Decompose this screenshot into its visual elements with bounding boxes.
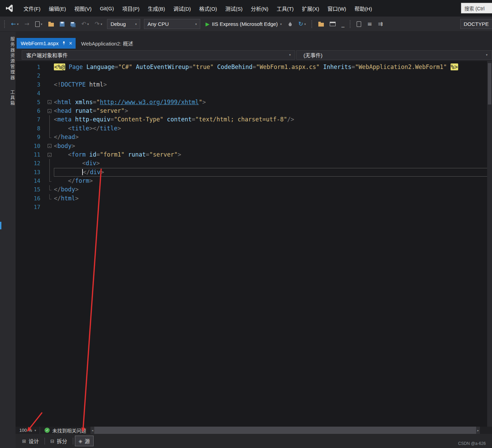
close-icon[interactable]: × (69, 41, 72, 46)
code-line[interactable]: 7<meta http-equiv="Content-Type" content… (16, 115, 492, 124)
view-tab-split[interactable]: ⊟拆分 (47, 436, 71, 446)
browser-view-button[interactable] (329, 21, 337, 27)
menu-item[interactable]: 格式(O) (195, 0, 221, 17)
code-line[interactable]: 13 </div> (16, 168, 492, 177)
tab-webapplication2-overview[interactable]: WebApplication2: 概述 (76, 38, 139, 49)
code-line[interactable]: 17 (16, 203, 492, 211)
find-in-files-button[interactable] (317, 21, 325, 28)
menu-item[interactable]: 帮助(H) (350, 0, 376, 17)
code-line[interactable]: 2 (16, 71, 492, 80)
client-objects-dropdown[interactable]: 客户端对象和事件▾ (22, 50, 295, 60)
code-area[interactable]: 1<%@ Page Language="C#" AutoEventWireup=… (16, 61, 492, 427)
line-number: 11 (16, 150, 45, 159)
current-line-highlight (54, 168, 492, 177)
menu-item[interactable]: 工具(T) (272, 0, 298, 17)
fold-toggle-icon[interactable]: - (45, 107, 54, 115)
menu-item[interactable]: 项目(P) (118, 0, 144, 17)
horizontal-scrollbar[interactable]: ◂ ▸ (90, 427, 480, 434)
minimize-style-button[interactable]: _ (340, 20, 346, 28)
code-line[interactable]: 1<%@ Page Language="C#" AutoEventWireup=… (16, 63, 492, 71)
sidebar-item[interactable]: 工具箱 (0, 90, 16, 106)
navigate-back-button[interactable]: ←▾ (10, 20, 20, 28)
horizontal-scrollbar-thumb[interactable] (94, 427, 476, 434)
visual-studio-logo-icon (4, 3, 15, 13)
menu-item[interactable]: 窗口(W) (323, 0, 350, 17)
fold-guide (45, 203, 54, 211)
scroll-left-icon[interactable]: ◂ (90, 429, 94, 432)
scroll-right-icon[interactable]: ▸ (476, 429, 480, 432)
document-health-indicator[interactable]: ✓ 未找到相关问题 (40, 427, 90, 434)
code-line[interactable]: 6-<head runat="server"> (16, 107, 492, 115)
sidebar-item[interactable]: 服务器资源管理器 (0, 37, 16, 81)
vertical-scrollbar[interactable] (487, 61, 492, 427)
fold-guide (45, 124, 54, 133)
menu-item[interactable]: 测试(S) (221, 0, 247, 17)
platform-dropdown[interactable]: Any CPU▾ (144, 19, 200, 29)
menu-item[interactable]: 生成(B) (144, 0, 169, 17)
doctype-dropdown[interactable]: DOCTYPE (460, 19, 492, 29)
undo-button[interactable]: ↶▾ (80, 20, 90, 28)
code-line[interactable]: 3<!DOCTYPE html> (16, 80, 492, 89)
fold-toggle-icon[interactable]: - (45, 142, 54, 150)
code-line[interactable]: 14 </form> (16, 177, 492, 185)
list-icon: ≡ (367, 21, 372, 27)
tab-webform1[interactable]: WebForm1.aspx × (17, 38, 76, 49)
pin-icon[interactable] (62, 41, 66, 46)
editor-bottom-bar: 100 % ▾ ✓ 未找到相关问题 ◂ ▸ (16, 427, 492, 434)
view-switch-bar: ⊞设计⊟拆分◈源 CSDN @a-626 (16, 434, 492, 448)
line-number: 10 (16, 142, 45, 150)
toolbar-grip-icon[interactable] (350, 20, 351, 28)
navigate-forward-button[interactable]: → (23, 20, 30, 28)
zoom-control[interactable]: 100 % ▾ (16, 427, 40, 434)
document-outline-button[interactable] (356, 20, 362, 28)
toolbar-grip-icon[interactable] (311, 20, 313, 28)
menu-item[interactable]: 调试(D) (169, 0, 195, 17)
vertical-scrollbar-thumb[interactable] (488, 63, 491, 104)
code-line[interactable]: 15</body> (16, 185, 492, 194)
menu-item[interactable]: 扩展(X) (298, 0, 323, 17)
code-line[interactable]: 4 (16, 89, 492, 98)
fold-guide (45, 80, 54, 89)
refresh-button[interactable]: ↻▾ (297, 20, 307, 28)
code-line[interactable]: 10-<body> (16, 142, 492, 150)
new-file-button[interactable]: ▾ (34, 20, 44, 28)
menu-item[interactable]: 文件(F) (19, 0, 45, 17)
code-text: <title></title> (54, 124, 121, 133)
fold-toggle-icon[interactable]: - (45, 98, 54, 107)
fold-guide (45, 159, 54, 168)
view-tab-source[interactable]: ◈源 (75, 436, 94, 446)
code-line[interactable]: 12 <div> (16, 159, 492, 168)
format-list-button[interactable]: ≡ (366, 20, 373, 28)
code-line[interactable]: 11- <form id="form1" runat="server"> (16, 150, 492, 159)
code-line[interactable]: 16</html> (16, 194, 492, 203)
document-tab-strip: WebForm1.aspx × WebApplication2: 概述 (16, 32, 492, 49)
view-tab-design[interactable]: ⊞设计 (18, 436, 43, 446)
save-all-button[interactable] (69, 21, 77, 27)
menu-item[interactable]: 分析(N) (247, 0, 272, 17)
fold-toggle-icon[interactable]: - (45, 150, 54, 159)
chevron-down-icon: ▾ (35, 429, 36, 432)
hot-reload-button[interactable] (287, 20, 293, 28)
save-button[interactable] (59, 21, 66, 28)
redo-button[interactable]: ↷▾ (94, 20, 103, 28)
search-input[interactable]: 搜索 (Ctrl (461, 3, 492, 13)
menu-item[interactable]: 编辑(E) (45, 0, 70, 17)
toolbar-grip-icon[interactable] (4, 20, 6, 28)
undo-icon: ↶ (81, 21, 86, 27)
debug-configuration-dropdown[interactable]: Debug▾ (107, 19, 140, 29)
document-icon (357, 21, 361, 27)
code-line[interactable]: 9</head> (16, 133, 492, 141)
start-debugging-button[interactable]: ▶IIS Express (Microsoft Edge)▾ (204, 20, 283, 28)
open-file-button[interactable] (47, 21, 55, 28)
menu-item[interactable]: Git(G) (96, 0, 118, 17)
code-line[interactable]: 8 <title></title> (16, 124, 492, 133)
health-check-icon: ✓ (45, 428, 50, 433)
code-line[interactable]: 5-<html xmlns="http://www.w3.org/1999/xh… (16, 98, 492, 107)
events-dropdown[interactable]: (无事件)▾ (296, 50, 492, 60)
save-icon (60, 22, 65, 27)
sidebar-accent-strip (0, 222, 1, 229)
code-text: <head runat="server"> (54, 107, 128, 115)
menu-item[interactable]: 视图(V) (70, 0, 96, 17)
format-indent-button[interactable]: ⇉ (377, 20, 384, 28)
line-number: 17 (16, 203, 45, 211)
